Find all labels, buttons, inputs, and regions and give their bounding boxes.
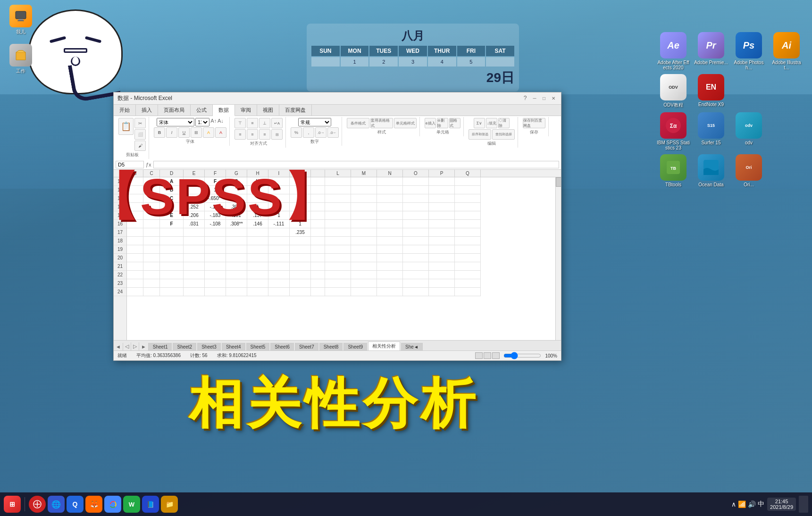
taskbar-icon-1[interactable] [29,496,46,513]
align-right[interactable]: ≡ [259,129,270,140]
conditional-formatting[interactable]: 条件格式 [347,118,369,128]
font-grow-button[interactable]: A↑ [210,118,217,126]
paste-button[interactable]: 📋 [118,118,134,135]
comma-btn[interactable]: , [303,127,314,138]
sheet-nav-right[interactable]: ► [139,343,149,350]
col-m[interactable]: M [351,170,377,177]
tab-page-layout[interactable]: 页面布局 [158,105,191,116]
increase-decimal[interactable]: .0→ [315,127,326,138]
page-break-view-btn[interactable] [492,352,500,359]
align-bottom[interactable]: ⊥ [259,118,270,128]
scrollbar-thumb[interactable] [556,177,561,187]
desktop-icon-surfer[interactable]: S15 Surfer 15 [694,112,728,150]
bold-button[interactable]: B [154,127,165,138]
sheet-nav-right2[interactable]: ▷ [131,342,139,350]
sheet-tab-3[interactable]: Sheet3 [197,343,221,350]
tab-formulas[interactable]: 公式 [191,105,213,116]
save-to-baidu[interactable]: 保存到百度网盘 [523,118,545,128]
tab-insert[interactable]: 插入 [136,105,158,116]
tab-data[interactable]: 数据 [213,105,235,116]
page-layout-view-btn[interactable] [484,352,491,359]
italic-button[interactable]: I [166,127,177,138]
tab-view[interactable]: 视图 [257,105,279,116]
desktop-icon-tbtools[interactable]: TB TBtools [656,154,690,187]
start-button[interactable]: ⊞ [4,496,21,513]
tray-ime[interactable]: 中 [758,500,764,508]
help-button[interactable]: ? [521,95,529,101]
sheet-tab-correlation[interactable]: 相关性分析 [368,341,400,350]
font-color-button[interactable]: A [215,127,226,138]
font-size-select[interactable]: 11 [195,118,209,126]
delete-btn[interactable]: ⊖删除 [437,118,448,128]
tray-volume[interactable]: 🔊 [748,500,756,508]
show-desktop-button[interactable] [799,496,808,513]
minimize-button[interactable]: ─ [531,95,538,102]
desktop-icon-endnote[interactable]: EN EndNote X9 [694,74,728,108]
tab-review[interactable]: 审阅 [235,105,257,116]
find-replace-btn[interactable]: 查找和选择 [492,129,515,140]
close-button[interactable]: ✕ [550,95,557,102]
align-left[interactable]: ≡ [234,129,246,140]
fill-color-button[interactable]: A [203,127,214,138]
desktop-icon-spss[interactable]: Σα IBM SPSS Statistics 23 [656,112,690,150]
col-p[interactable]: P [429,170,455,177]
align-top[interactable]: ⊤ [234,118,246,128]
desktop-icon-odv2[interactable]: odv odv [732,112,766,150]
sheet-nav-left[interactable]: ◄ [114,343,123,350]
zoom-slider[interactable] [503,352,541,359]
desktop-icon-odv[interactable]: ODV ODV教程 [656,74,690,108]
sort-filter-btn[interactable]: 排序和筛选 [469,129,491,140]
format-as-table[interactable]: 套用表格格式 [370,118,393,128]
format-btn[interactable]: ▦格式 [449,118,460,128]
desktop-icon-mycomputer[interactable]: 我儿 [5,5,37,35]
normal-view-btn[interactable] [475,352,483,359]
desktop-icon-ae[interactable]: Ae Adobe After Effects 2020 [656,32,690,70]
copy-button[interactable]: ⬜ [134,129,146,140]
autosum-btn[interactable]: Σ∨ [474,118,485,128]
vertical-scrollbar[interactable] [555,177,561,340]
sheet-tab-8[interactable]: Sheet8 [319,343,343,350]
taskbar-icon-5[interactable] [104,496,121,513]
merge-cells[interactable]: ⊟ [271,129,283,140]
col-n[interactable]: N [377,170,403,177]
font-shrink-button[interactable]: A↓ [218,118,224,126]
system-clock[interactable]: 21:45 2021/8/29 [767,498,796,511]
sheet-tab-2[interactable]: Sheet2 [173,343,196,350]
decrease-decimal[interactable]: .0← [327,127,339,138]
desktop-icon-ocean[interactable]: Ocean Data [694,154,728,187]
fill-btn[interactable]: ↓填充 [486,118,497,128]
clear-btn[interactable]: ◇清除 [498,118,510,128]
tab-home[interactable]: 开始 [114,105,136,116]
number-format-select[interactable]: 常规 [298,118,331,126]
sheet-tab-6[interactable]: Sheet6 [270,343,294,350]
cut-button[interactable]: ✂ [134,118,146,128]
taskbar-icon-2[interactable]: 🌐 [48,496,65,513]
desktop-icon-work[interactable]: 工作 [5,44,37,75]
sheet-tab-7[interactable]: Sheet7 [295,343,318,350]
insert-btn[interactable]: ⊕插入 [425,118,436,128]
sheet-tab-4[interactable]: Sheet4 [222,343,245,350]
tray-network[interactable]: 📶 [738,500,746,508]
sheet-nav-left2[interactable]: ◁ [123,342,131,350]
taskbar-icon-7[interactable]: 📘 [142,496,159,513]
taskbar-icon-4[interactable]: 🦊 [85,496,102,513]
align-middle[interactable]: ≡ [247,118,258,128]
taskbar-icon-3[interactable]: Q [67,496,84,513]
col-q[interactable]: Q [455,170,481,177]
cell-styles[interactable]: 单元格样式 [394,118,417,128]
sheet-tab-she[interactable]: She◄ [401,343,423,350]
tray-expand[interactable]: ∧ [731,500,736,508]
border-button[interactable]: ⊞ [191,127,202,138]
desktop-icon-ori[interactable]: Ori Ori... [732,154,766,187]
restore-button[interactable]: □ [540,95,548,102]
sheet-tab-9[interactable]: Sheet9 [343,343,367,350]
desktop-icon-ai[interactable]: Ai Adobe Illustrat... [770,32,804,70]
wrap-text[interactable]: ↵A [271,118,283,128]
underline-button[interactable]: U [178,127,190,138]
taskbar-icon-6[interactable]: W [123,496,140,513]
col-o[interactable]: O [403,170,429,177]
sheet-tab-1[interactable]: Sheet1 [149,343,172,350]
desktop-icon-pr[interactable]: Pr Adobe Premie... [694,32,728,70]
font-family-select[interactable]: 宋体 [157,118,194,126]
taskbar-icon-8[interactable]: 📁 [161,496,178,513]
